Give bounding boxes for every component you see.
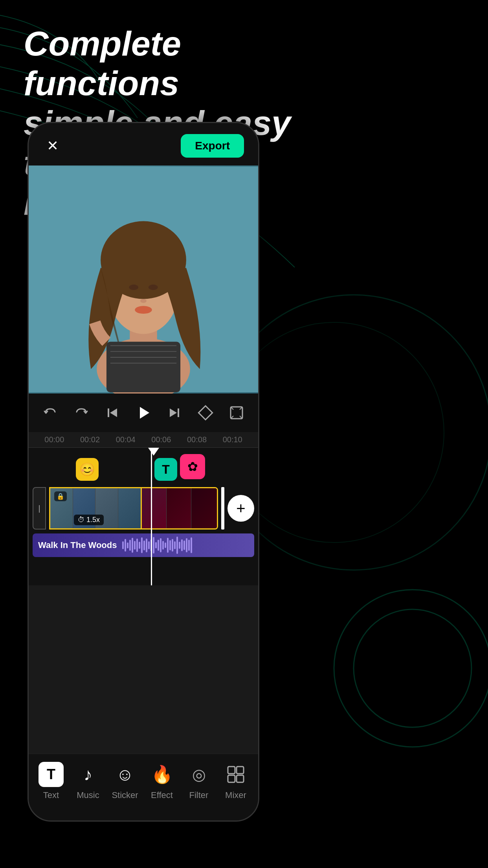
svg-point-10 bbox=[149, 285, 158, 290]
sticker-tool-icon: ☺ bbox=[112, 762, 138, 787]
filter-tool-label: Filter bbox=[189, 790, 209, 800]
video-track-container: | 🔒 ⏱ 1.5x bbox=[33, 487, 254, 530]
ruler-mark-3: 00:06 bbox=[143, 435, 179, 444]
emoji-sticker-icon[interactable]: 😊 bbox=[76, 458, 99, 481]
svg-rect-21 bbox=[228, 767, 235, 774]
ruler-mark-4: 00:08 bbox=[179, 435, 215, 444]
playhead-arrow bbox=[148, 448, 159, 456]
sticker-overlay-icon[interactable]: ✿ bbox=[180, 454, 205, 479]
svg-rect-13 bbox=[106, 342, 180, 392]
phone-topbar: ✕ Export bbox=[29, 123, 258, 166]
audio-track-label: Walk In The Woods bbox=[38, 540, 117, 550]
export-button[interactable]: Export bbox=[181, 134, 244, 158]
toolbar-effect[interactable]: 🔥 Effect bbox=[146, 762, 178, 800]
svg-point-11 bbox=[140, 299, 147, 303]
text-overlay-icon[interactable]: T bbox=[154, 458, 177, 481]
playhead-line bbox=[151, 448, 152, 585]
play-button[interactable] bbox=[134, 403, 153, 423]
video-clips[interactable]: 🔒 ⏱ 1.5x bbox=[49, 487, 218, 530]
mixer-tool-label: Mixer bbox=[225, 790, 246, 800]
video-content bbox=[29, 166, 258, 394]
timeline-ruler: 00:00 00:02 00:04 00:06 00:08 00:10 bbox=[29, 432, 258, 448]
timeline-icon-row: 😊 T ✿ bbox=[37, 454, 250, 485]
effect-tool-label: Effect bbox=[151, 790, 173, 800]
fullscreen-button[interactable] bbox=[227, 403, 246, 423]
svg-point-2 bbox=[334, 590, 488, 747]
video-preview bbox=[29, 166, 258, 394]
toolbar-filter[interactable]: ◎ Filter bbox=[183, 762, 215, 800]
effect-tool-icon: 🔥 bbox=[149, 762, 174, 787]
redo-button[interactable] bbox=[72, 403, 91, 423]
mixer-tool-icon bbox=[223, 762, 248, 787]
svg-rect-22 bbox=[237, 767, 244, 774]
clip-2 bbox=[142, 488, 217, 528]
add-clip-button[interactable]: + bbox=[227, 495, 254, 522]
audio-waveform bbox=[122, 537, 249, 554]
headline-line1: Complete functions bbox=[24, 24, 299, 103]
filter-tool-icon: ◎ bbox=[186, 762, 211, 787]
ruler-mark-2: 00:04 bbox=[108, 435, 143, 444]
svg-point-3 bbox=[354, 609, 471, 727]
toolbar-mixer[interactable]: Mixer bbox=[220, 762, 251, 800]
svg-point-12 bbox=[135, 306, 152, 314]
svg-rect-18 bbox=[108, 408, 109, 417]
text-tool-icon: T bbox=[39, 762, 64, 787]
skip-back-button[interactable] bbox=[103, 403, 122, 423]
toolbar-music[interactable]: ♪ Music bbox=[72, 762, 104, 800]
svg-rect-19 bbox=[178, 408, 179, 417]
clip-lock-icon: 🔒 bbox=[54, 491, 67, 501]
ruler-mark-5: 00:10 bbox=[215, 435, 250, 444]
svg-point-9 bbox=[129, 285, 138, 290]
sticker-tool-label: Sticker bbox=[112, 790, 138, 800]
speed-badge: ⏱ 1.5x bbox=[74, 515, 104, 525]
toolbar-text[interactable]: T Text bbox=[35, 762, 67, 800]
music-tool-icon: ♪ bbox=[75, 762, 101, 787]
skip-forward-button[interactable] bbox=[165, 403, 184, 423]
ruler-mark-0: 00:00 bbox=[37, 435, 72, 444]
track-right-handle[interactable] bbox=[221, 487, 224, 530]
timeline-area: 😊 T ✿ | 🔒 ⏱ bbox=[29, 448, 258, 585]
svg-rect-24 bbox=[237, 775, 244, 782]
text-tool-label: Text bbox=[43, 790, 59, 800]
keyframe-button[interactable] bbox=[196, 403, 215, 423]
undo-button[interactable] bbox=[40, 403, 60, 423]
phone-mockup: ✕ Export bbox=[28, 122, 259, 822]
ruler-mark-1: 00:02 bbox=[72, 435, 108, 444]
svg-rect-23 bbox=[228, 775, 235, 782]
audio-track[interactable]: Walk In The Woods bbox=[33, 533, 254, 557]
bottom-toolbar: T Text ♪ Music ☺ Sticker 🔥 Effect ◎ bbox=[29, 754, 258, 820]
track-left-handle[interactable]: | bbox=[33, 487, 46, 530]
toolbar-sticker[interactable]: ☺ Sticker bbox=[109, 762, 141, 800]
music-tool-label: Music bbox=[77, 790, 99, 800]
playback-controls bbox=[29, 394, 258, 432]
close-button[interactable]: ✕ bbox=[43, 136, 62, 156]
